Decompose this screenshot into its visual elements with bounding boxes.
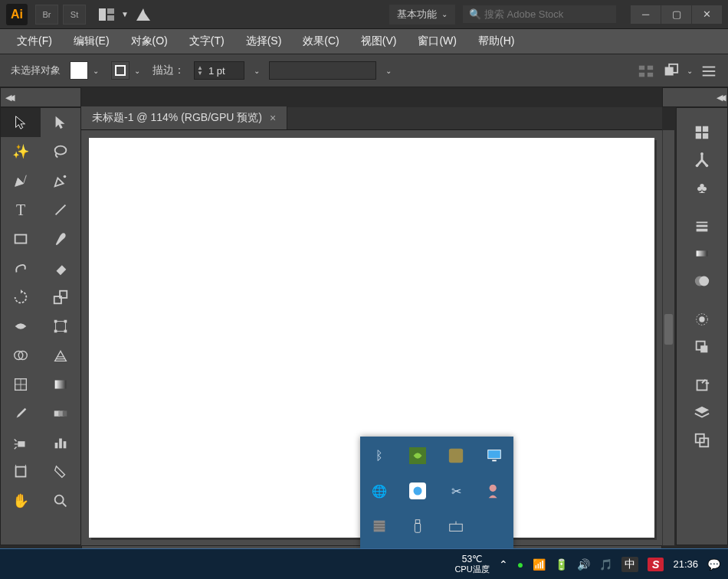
graphic-styles-panel-icon[interactable] bbox=[689, 335, 715, 359]
maximize-button[interactable]: ▢ bbox=[661, 5, 691, 24]
align-icon[interactable] bbox=[638, 63, 654, 78]
ime-indicator[interactable]: 中 bbox=[621, 557, 638, 572]
menu-edit[interactable]: 编辑(E) bbox=[63, 31, 120, 51]
free-transform-tool[interactable] bbox=[41, 312, 80, 341]
menu-help[interactable]: 帮助(H) bbox=[467, 31, 525, 51]
layers-panel-icon[interactable] bbox=[689, 401, 715, 425]
clock[interactable]: 21:36 bbox=[673, 558, 698, 570]
width-tool[interactable] bbox=[1, 312, 41, 341]
user-icon[interactable] bbox=[486, 483, 503, 499]
close-icon[interactable]: × bbox=[270, 112, 276, 124]
type-tool[interactable]: T bbox=[1, 195, 41, 224]
menu-view[interactable]: 视图(V) bbox=[350, 31, 408, 51]
menu-file[interactable]: 文件(F) bbox=[6, 31, 63, 51]
disk-icon[interactable] bbox=[371, 518, 388, 535]
search-input[interactable] bbox=[484, 8, 610, 20]
fill-swatch[interactable] bbox=[70, 61, 88, 80]
curvature-tool[interactable] bbox=[41, 166, 80, 195]
bridge-button[interactable]: Br bbox=[35, 5, 58, 25]
transform-panel-icon[interactable] bbox=[662, 63, 679, 78]
tray-expand-icon[interactable]: ⌃ bbox=[499, 558, 508, 571]
paintbrush-tool[interactable] bbox=[41, 224, 80, 254]
rotate-tool[interactable] bbox=[1, 283, 41, 312]
stroke-weight-stepper[interactable]: ▲▼ 1 pt bbox=[194, 61, 244, 80]
eraser-tool[interactable] bbox=[41, 254, 80, 283]
battery-icon[interactable]: 🔋 bbox=[555, 558, 568, 571]
lasso-tool[interactable] bbox=[41, 137, 80, 166]
wechat-icon[interactable]: ● bbox=[517, 558, 523, 571]
chevron-down-icon[interactable]: ⌄ bbox=[131, 67, 143, 75]
pen-tool[interactable] bbox=[1, 166, 41, 195]
stroke-swatch[interactable] bbox=[111, 61, 130, 80]
symbol-sprayer-tool[interactable] bbox=[1, 428, 41, 457]
options-menu-icon[interactable] bbox=[700, 63, 717, 78]
shaper-tool[interactable] bbox=[1, 254, 41, 283]
appearance-panel-icon[interactable] bbox=[689, 307, 715, 332]
properties-panel-icon[interactable] bbox=[689, 120, 715, 145]
stock-button[interactable]: St bbox=[63, 5, 86, 25]
wifi-icon[interactable]: 📶 bbox=[533, 558, 546, 571]
rectangle-tool[interactable] bbox=[1, 224, 41, 254]
svg-rect-64 bbox=[492, 460, 497, 462]
menu-window[interactable]: 窗口(W) bbox=[407, 31, 467, 51]
scrollbar-thumb[interactable] bbox=[664, 314, 673, 345]
libraries-panel-icon[interactable] bbox=[689, 148, 715, 172]
document-tab[interactable]: 未标题-1 @ 114% (RGB/GPU 预览) × bbox=[81, 106, 287, 129]
artboards-panel-icon[interactable] bbox=[689, 428, 715, 453]
workspace-selector[interactable]: 基本功能 ⌄ bbox=[389, 5, 455, 25]
eyedropper-tool[interactable] bbox=[1, 399, 41, 428]
menu-effect[interactable]: 效果(C) bbox=[292, 31, 349, 51]
gradient-tool[interactable] bbox=[41, 370, 80, 399]
cpu-temperature-widget[interactable]: 53℃ CPU温度 bbox=[454, 554, 489, 574]
direct-selection-tool[interactable] bbox=[41, 108, 80, 137]
vertical-scrollbar[interactable] bbox=[662, 130, 674, 545]
scale-tool[interactable] bbox=[41, 283, 80, 312]
nvidia-icon[interactable] bbox=[409, 447, 426, 464]
chevron-down-icon[interactable]: ⌄ bbox=[90, 67, 102, 75]
selection-tool[interactable] bbox=[1, 108, 41, 137]
chevron-down-icon[interactable]: ⌄ bbox=[254, 67, 260, 75]
color-panel-icon[interactable] bbox=[689, 241, 715, 266]
app-tray-icon-2[interactable] bbox=[409, 483, 426, 499]
slice-tool[interactable] bbox=[41, 457, 80, 486]
menu-select[interactable]: 选择(S) bbox=[235, 31, 293, 51]
blend-tool[interactable] bbox=[41, 399, 80, 428]
arrange-docs-icon[interactable] bbox=[97, 7, 116, 22]
brush-definition[interactable] bbox=[269, 61, 376, 80]
app-tray-icon-1[interactable] bbox=[448, 447, 464, 464]
monitor-icon[interactable] bbox=[486, 447, 503, 464]
keyboard-icon[interactable] bbox=[448, 518, 464, 535]
right-panel-header[interactable]: ◀◀ bbox=[662, 87, 728, 107]
menu-type[interactable]: 文字(T) bbox=[179, 31, 235, 51]
usb-icon[interactable] bbox=[409, 518, 426, 535]
sogou-input-icon[interactable]: S bbox=[648, 558, 664, 571]
menu-object[interactable]: 对象(O) bbox=[120, 31, 179, 51]
scissors-icon[interactable]: ✂ bbox=[448, 483, 464, 499]
left-panel-header[interactable]: ◀◀ bbox=[0, 87, 81, 107]
stroke-panel-icon[interactable] bbox=[689, 214, 715, 238]
brushes-panel-icon[interactable]: ♣ bbox=[689, 175, 715, 200]
line-segment-tool[interactable] bbox=[41, 195, 80, 224]
transform-panel-icon[interactable] bbox=[689, 373, 715, 397]
bluetooth-icon[interactable]: ᛒ bbox=[371, 447, 388, 464]
zoom-tool[interactable] bbox=[41, 486, 80, 515]
volume-icon[interactable]: 🔊 bbox=[577, 558, 590, 571]
search-box[interactable]: 🔍 bbox=[463, 5, 616, 23]
artboard-tool[interactable] bbox=[1, 457, 41, 486]
mesh-tool[interactable] bbox=[1, 370, 41, 399]
gpu-preview-icon[interactable] bbox=[133, 7, 153, 22]
minimize-button[interactable]: ─ bbox=[630, 5, 661, 24]
chevron-down-icon[interactable]: ⌄ bbox=[687, 67, 693, 75]
chevron-down-icon[interactable]: ⌄ bbox=[385, 67, 392, 75]
shape-builder-tool[interactable] bbox=[1, 341, 41, 370]
action-center-icon[interactable]: 💬 bbox=[707, 558, 720, 571]
hand-tool[interactable]: ✋ bbox=[1, 486, 41, 515]
swatches-panel-icon[interactable] bbox=[689, 269, 715, 293]
music-icon[interactable]: 🎵 bbox=[599, 558, 612, 571]
magic-wand-tool[interactable]: ✨ bbox=[1, 137, 41, 166]
globe-icon[interactable]: 🌐 bbox=[371, 483, 388, 499]
close-button[interactable]: ✕ bbox=[691, 5, 722, 24]
column-graph-tool[interactable] bbox=[41, 428, 80, 457]
perspective-grid-tool[interactable] bbox=[41, 341, 80, 370]
chevron-down-icon[interactable]: ▼ bbox=[121, 10, 129, 18]
